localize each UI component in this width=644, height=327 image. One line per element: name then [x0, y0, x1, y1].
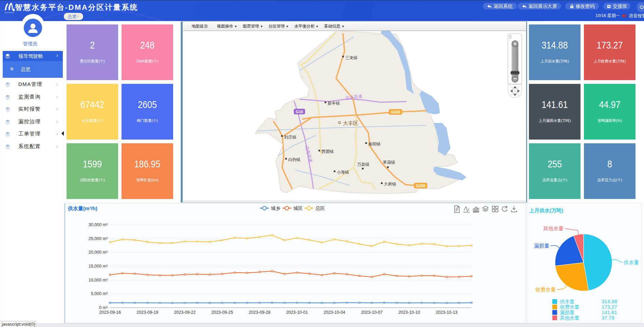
svg-text:314.88: 314.88 — [602, 298, 617, 304]
svg-text:2023-09-22: 2023-09-22 — [174, 310, 196, 315]
svg-text:G228: G228 — [416, 184, 425, 188]
svg-text:收费水量: 收费水量 — [535, 287, 556, 292]
svg-text:供水量: 供水量 — [559, 299, 575, 304]
svg-text:2023-09-25: 2023-09-25 — [211, 310, 233, 315]
svg-text:大丰区: 大丰区 — [343, 120, 358, 126]
svg-text:2023-10-04: 2023-10-04 — [324, 310, 345, 315]
svg-text:2023-09-28: 2023-09-28 — [249, 310, 271, 315]
svg-text:总区: 总区 — [315, 205, 325, 211]
svg-text:G15: G15 — [296, 110, 303, 114]
svg-text:10,000 m³: 10,000 m³ — [89, 278, 108, 283]
svg-text:173.27: 173.27 — [602, 304, 617, 310]
svg-text:G343: G343 — [391, 110, 400, 114]
svg-text:万盈镇: 万盈镇 — [357, 162, 369, 167]
svg-text:小海镇: 小海镇 — [337, 170, 349, 175]
svg-text:2023-10-07: 2023-10-07 — [361, 310, 383, 315]
svg-text:白驹镇: 白驹镇 — [288, 157, 300, 162]
svg-text:15,000 m³: 15,000 m³ — [89, 264, 108, 269]
svg-text:漏损量: 漏损量 — [560, 310, 575, 315]
svg-text:2023-09-19: 2023-09-19 — [136, 310, 158, 315]
svg-text:供水量: 供水量 — [623, 259, 639, 265]
svg-text:草庙镇: 草庙镇 — [383, 160, 395, 165]
svg-text:5,000 m³: 5,000 m³ — [91, 291, 108, 296]
svg-text:2023-10-13: 2023-10-13 — [436, 310, 458, 315]
svg-text:2023-09-16: 2023-09-16 — [99, 310, 121, 315]
svg-text:25,000 m³: 25,000 m³ — [89, 236, 108, 241]
svg-text:其他水量: 其他水量 — [560, 315, 579, 321]
svg-text:南阳镇: 南阳镇 — [368, 142, 381, 146]
svg-text:新丰镇: 新丰镇 — [328, 101, 340, 106]
svg-text:20,000 m³: 20,000 m³ — [89, 250, 108, 255]
svg-text:其他水量: 其他水量 — [543, 225, 564, 231]
svg-text:MIAOMIAO: MIAOMIAO — [5, 12, 14, 14]
svg-text:大桥镇: 大桥镇 — [384, 182, 396, 186]
svg-text:0 m³: 0 m³ — [99, 305, 108, 310]
svg-text:漏损量: 漏损量 — [534, 243, 549, 249]
svg-text:城乡: 城乡 — [271, 205, 280, 211]
svg-text:三龙镇: 三龙镇 — [345, 55, 357, 60]
svg-text:2023-10-01: 2023-10-01 — [286, 310, 308, 315]
svg-text:刘庄镇: 刘庄镇 — [284, 135, 296, 140]
svg-text:收费水量: 收费水量 — [560, 304, 579, 310]
svg-text:城区: 城区 — [293, 205, 303, 211]
svg-text:141.61: 141.61 — [602, 309, 617, 315]
svg-text:37.79: 37.79 — [602, 315, 614, 321]
svg-text:30,000 m³: 30,000 m³ — [89, 222, 108, 227]
svg-text:2023-10-10: 2023-10-10 — [398, 310, 420, 315]
svg-text:西团镇: 西团镇 — [321, 149, 334, 154]
